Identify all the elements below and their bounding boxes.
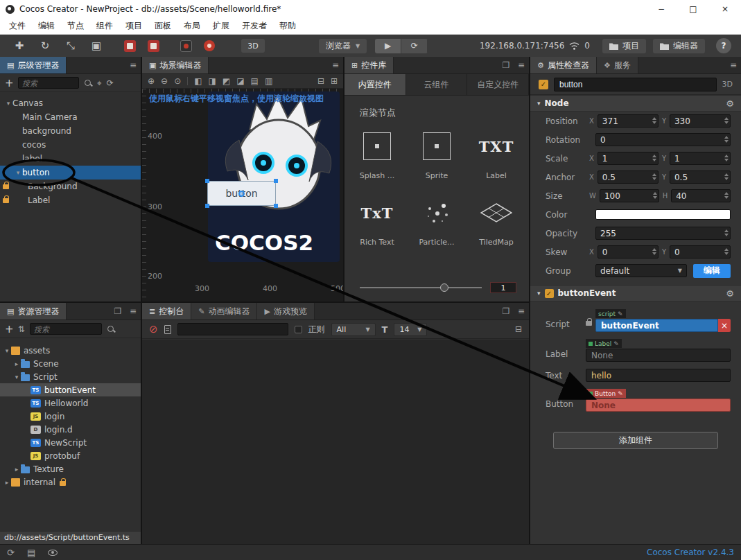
widget-particle[interactable]: Particle... (407, 197, 467, 247)
add-asset-button[interactable]: + (5, 323, 13, 335)
tab-game-preview[interactable]: ▶ 游戏预览 (257, 303, 314, 320)
widget-tiledmap[interactable]: TiledMap (467, 197, 526, 247)
menu-file[interactable]: 文件 (3, 20, 32, 32)
spinner[interactable] (652, 117, 656, 124)
anchor-x-field[interactable]: 0.5 (598, 170, 659, 184)
spinner[interactable] (724, 173, 729, 180)
panel-menu-icon[interactable]: ≡ (125, 57, 141, 73)
asset-file-login[interactable]: JSlogin (0, 410, 141, 423)
scale-x-field[interactable]: 1 (598, 152, 659, 165)
console-log-area[interactable] (142, 340, 529, 544)
rotate-tool-icon[interactable]: ↻ (38, 40, 52, 52)
popout-icon[interactable]: ❐ (110, 303, 125, 320)
add-node-button[interactable]: + (5, 77, 13, 89)
spinner[interactable] (652, 173, 656, 180)
asset-file-buttonevent[interactable]: TSbuttonEvent (0, 383, 141, 396)
menu-panel[interactable]: 面板 (148, 20, 177, 32)
tree-node-button-label[interactable]: Label (0, 193, 141, 207)
spinner[interactable] (724, 155, 729, 161)
scale-y-field[interactable]: 1 (670, 152, 731, 165)
script-field[interactable]: buttonEvent (595, 319, 718, 332)
align-left-icon[interactable]: ◧ (194, 76, 202, 86)
zoom-in-icon[interactable]: ⊕ (148, 76, 155, 86)
align-bottom-icon[interactable]: ◪ (236, 76, 244, 86)
node-active-checkbox[interactable]: ✓ (539, 80, 548, 89)
search-icon[interactable] (84, 79, 92, 87)
slider-knob[interactable] (440, 283, 448, 292)
selection-handle[interactable] (205, 204, 209, 208)
sync-icon[interactable]: ⟳ (7, 548, 15, 558)
spinner[interactable] (724, 192, 729, 199)
rect-tool-icon[interactable]: ▣ (89, 40, 103, 52)
log-list-icon[interactable]: ▤ (27, 548, 35, 558)
search-icon[interactable] (107, 325, 115, 333)
anchor-y-field[interactable]: 0.5 (670, 170, 731, 184)
remove-script-button[interactable]: × (718, 319, 731, 332)
tree-node-button-background[interactable]: Background (0, 180, 141, 193)
zoom-reset-icon[interactable]: ⊙ (174, 76, 181, 86)
selection-handle[interactable] (205, 179, 209, 183)
align-right-icon[interactable]: ◨ (209, 76, 216, 86)
cocos-logo-sprite[interactable]: COCOS2 (208, 91, 340, 262)
panel-menu-icon[interactable]: ≡ (514, 303, 529, 320)
position-x-field[interactable]: 371 (598, 114, 659, 128)
mode-3d-toggle[interactable]: 3D (241, 39, 265, 53)
plugin-icon-3[interactable] (180, 40, 192, 52)
grid-icon[interactable]: ⊞ (331, 76, 338, 86)
tab-widget-library[interactable]: ⊞ 控件库 (345, 57, 394, 73)
panel-menu-icon[interactable]: ≡ (514, 57, 529, 73)
tab-animation-editor[interactable]: ✎ 动画编辑器 (191, 303, 257, 320)
pencil-icon[interactable]: ✎ (618, 310, 623, 317)
menu-layout[interactable]: 布局 (177, 20, 207, 32)
expand-arrow-icon[interactable]: ▾ (14, 169, 22, 176)
spinner[interactable] (724, 229, 729, 236)
open-project-button[interactable]: 项目 (602, 39, 646, 53)
open-log-file-icon[interactable] (164, 325, 171, 334)
log-level-dropdown[interactable]: All ▼ (331, 323, 376, 336)
asset-file-helloworld[interactable]: TSHelloworld (0, 396, 141, 410)
selection-handle[interactable] (274, 204, 278, 208)
align-center-h-icon[interactable]: ▤ (251, 76, 259, 86)
scale-value-field[interactable]: 1 (490, 282, 516, 293)
asset-folder-script[interactable]: ▾Script (0, 370, 141, 383)
collapse-arrow-icon[interactable]: ▾ (537, 100, 541, 107)
tree-node-main-camera[interactable]: Main Camera (0, 110, 141, 124)
node-section-header[interactable]: ▾ Node ⚙ (530, 95, 741, 112)
assets-search-input[interactable] (30, 323, 102, 335)
tree-node-cocos[interactable]: cocos (0, 138, 141, 152)
popout-icon[interactable]: ❐ (498, 57, 514, 73)
widget-richtext[interactable]: TxT Rich Text (347, 197, 407, 247)
align-top-icon[interactable]: ◩ (223, 76, 230, 86)
widget-splash[interactable]: Splash ... (347, 130, 407, 180)
selection-handle[interactable] (274, 179, 278, 183)
scale-tool-icon[interactable]: ⤡ (64, 40, 78, 52)
asset-folder-scene[interactable]: ▸Scene (0, 357, 141, 370)
gear-icon[interactable]: ⚙ (726, 288, 734, 299)
collapsed-arrow-icon[interactable]: ▸ (12, 466, 21, 473)
locate-node-icon[interactable]: ⌖ (97, 78, 102, 88)
tab-inspector[interactable]: ⚙ 属性检查器 (530, 57, 597, 73)
minimize-button[interactable]: − (645, 0, 677, 18)
expand-arrow-icon[interactable]: ▾ (12, 374, 21, 380)
opacity-field[interactable]: 255 (595, 227, 731, 240)
tree-node-canvas[interactable]: ▾Canvas (0, 96, 141, 110)
tree-node-button[interactable]: ▾button (0, 166, 141, 180)
collapsed-arrow-icon[interactable]: ▸ (12, 360, 21, 367)
group-dropdown[interactable]: default ▼ (595, 264, 687, 277)
text-value-field[interactable]: hello (586, 369, 731, 382)
spinner[interactable] (724, 117, 729, 124)
spinner[interactable] (724, 136, 729, 143)
add-component-button[interactable]: 添加组件 (553, 432, 718, 449)
color-swatch[interactable] (595, 209, 731, 220)
asset-folder-texture[interactable]: ▸Texture (0, 462, 141, 475)
slider-track[interactable] (360, 287, 482, 288)
open-editor-button[interactable]: 编辑器 (653, 39, 705, 53)
tab-assets[interactable]: ▤ 资源管理器 (0, 303, 67, 320)
tab-custom-widgets[interactable]: 自定义控件 (467, 74, 529, 95)
menu-edit[interactable]: 编辑 (32, 20, 61, 32)
spinner[interactable] (724, 248, 729, 255)
button-reference-field[interactable]: None (586, 399, 731, 412)
menu-help[interactable]: 帮助 (273, 20, 302, 32)
menu-developer[interactable]: 开发者 (236, 20, 273, 32)
spinner[interactable] (652, 155, 656, 161)
